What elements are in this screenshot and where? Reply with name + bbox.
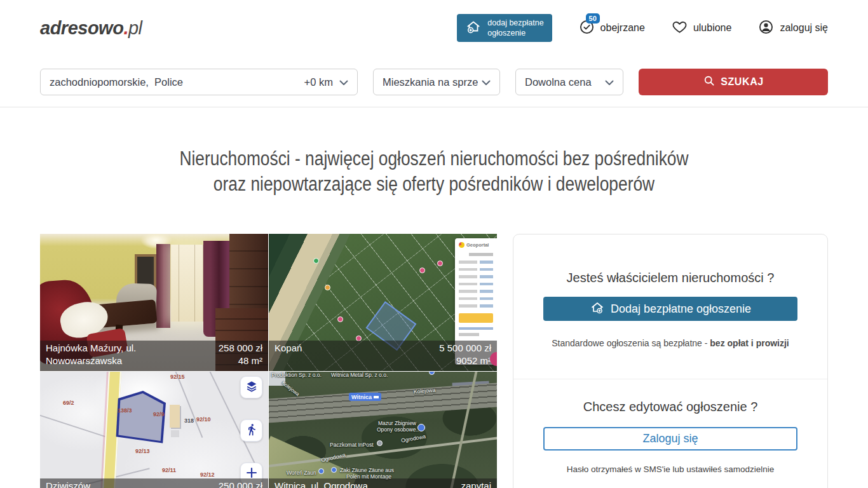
map-marker: [337, 316, 343, 322]
building: [171, 430, 179, 437]
free-note-bold: bez opłat i prowizji: [710, 338, 789, 348]
listing-caption: Hajnówka Maźury, ul. Nowowarszawska 258 …: [40, 341, 268, 371]
listing-card-kopan[interactable]: Geoportal Kopań 5 500 00: [269, 234, 497, 371]
listing-caption: Kopań 5 500 000 zł 9052 m²: [269, 341, 497, 371]
map-label: Woreń Zaun: [287, 470, 316, 476]
layers-icon: [245, 379, 259, 396]
site-header: adresowo.pl dodaj bezpłatneogłoszenie 50…: [0, 0, 868, 56]
station-label: Witnica: [351, 394, 372, 400]
login-link[interactable]: zaloguj się: [758, 19, 828, 37]
parcel-number: 92/12: [200, 471, 215, 478]
logo-dot: .: [123, 18, 128, 38]
location-input[interactable]: zachodniopomorskie, Police +0 km: [40, 69, 358, 95]
map-pin: [417, 424, 425, 431]
viewed-count-badge: 50: [586, 13, 600, 24]
map-pin: [429, 372, 435, 375]
map-pin: [318, 468, 324, 474]
add-listing-button[interactable]: dodaj bezpłatneogłoszenie: [457, 14, 552, 43]
train-icon: [374, 395, 379, 400]
map-layers-button: [240, 376, 262, 398]
search-button[interactable]: SZUKAJ: [639, 69, 828, 95]
map-label: Witnica Metal Sp. z o.o.: [331, 372, 388, 378]
chevron-down-icon: [605, 76, 614, 88]
page-title-line2: oraz niepowtarzające się oferty pośredni…: [65, 172, 803, 197]
chevron-down-icon: [339, 76, 348, 88]
user-circle-icon: [758, 19, 774, 37]
listing-price-area: zapytaj: [461, 480, 491, 488]
listing-card-witnica[interactable]: Produktion Sp. z o.o. Witnica Metal Sp. …: [269, 372, 497, 488]
login-label: zaloguj się: [780, 22, 828, 34]
search-button-label: SZUKAJ: [721, 76, 764, 88]
owner-heading: Jesteś właścicielem nieruchomości ?: [513, 269, 827, 287]
highlighted-parcel-fill: [118, 393, 163, 443]
map-marker: [325, 285, 330, 290]
parcel-number: 92/10: [196, 416, 211, 423]
building: [170, 405, 180, 428]
window: [171, 245, 204, 322]
location-value: zachodniopomorskie, Police: [50, 76, 183, 88]
favorites-label: ulubione: [693, 22, 732, 34]
listing-price-area: 258 000 zł 48 m²: [219, 342, 262, 367]
add-free-listing-label: Dodaj bezpłatne ogłoszenie: [611, 302, 751, 316]
listing-price-area: 250 000 zł: [219, 480, 262, 488]
map-pin: [377, 440, 383, 446]
map-streetview-button: [240, 419, 262, 442]
curtain-left: [156, 244, 170, 328]
page-title: Nieruchomości - najwięcej ogłoszeń nieru…: [0, 146, 868, 197]
page-title-line1: Nieruchomości - najwięcej ogłoszeń nieru…: [65, 146, 803, 172]
owner-panel: Jesteś właścicielem nieruchomości ? Doda…: [513, 234, 828, 488]
listing-title: Hajnówka Maźury, ul. Nowowarszawska: [46, 342, 136, 367]
map-marker: [313, 258, 319, 264]
parcel-number: 92/15: [170, 374, 185, 380]
parcel-number: 138/3: [118, 407, 132, 414]
search-bar: zachodniopomorskie, Police +0 km Mieszka…: [40, 69, 828, 95]
header-nav: dodaj bezpłatneogłoszenie 50 obejrzane u…: [457, 14, 828, 43]
main-content: Hajnówka Maźury, ul. Nowowarszawska 258 …: [40, 234, 828, 488]
site-logo[interactable]: adresowo.pl: [40, 18, 142, 39]
price-value: Dowolna cena: [525, 76, 592, 88]
map-marker: [419, 268, 425, 273]
viewed-link[interactable]: 50 obejrzane: [579, 19, 645, 37]
favorites-link[interactable]: ulubione: [672, 19, 732, 37]
listing-title: Witnica, ul. Ogrodowa: [275, 480, 368, 488]
map-label: Opony osobowe..: [377, 426, 419, 433]
listing-card-hajnowka[interactable]: Hajnówka Maźury, ul. Nowowarszawska 258 …: [40, 234, 268, 371]
radius-value: +0 km: [304, 76, 333, 88]
card-divider: [513, 379, 827, 379]
map-pin: [331, 467, 337, 473]
listing-title: Dziwiszów: [46, 480, 90, 488]
pedestrian-icon: [245, 423, 258, 438]
listing-grid: Hajnówka Maźury, ul. Nowowarszawska 258 …: [40, 234, 497, 488]
map-label: Paczkomat InPost: [330, 442, 374, 448]
viewed-label: obejrzane: [600, 22, 645, 34]
header-divider: [0, 107, 868, 107]
listing-price-area: 5 500 000 zł 9052 m²: [439, 342, 491, 367]
listing-card-dziwiszow[interactable]: 92/15 69/2 138/3 92/9 318 92/10 92/13 92…: [40, 372, 268, 488]
listing-caption: Dziwiszów 250 000 zł: [40, 478, 268, 488]
geoportal-logo-icon: [459, 242, 465, 248]
radius-dropdown[interactable]: +0 km: [304, 76, 348, 88]
listing-title: Kopań: [275, 342, 302, 355]
house-plus-icon: [590, 300, 605, 318]
railway: [269, 383, 497, 424]
map-label: Produktion Sp. z o.o.: [271, 372, 322, 378]
parcel-number: 318: [184, 417, 194, 424]
price-select[interactable]: Dowolna cena: [515, 69, 623, 95]
parcel-number: 92/9: [153, 411, 165, 417]
parcel-number: 69/2: [63, 400, 74, 406]
listing-caption: Witnica, ul. Ogrodowa zapytaj: [269, 478, 497, 488]
free-note: Standardowe ogłoszenia są bezpłatne - be…: [513, 338, 827, 348]
station-badge: Witnica: [349, 393, 381, 401]
add-free-listing-button[interactable]: Dodaj bezpłatne ogłoszenie: [543, 297, 797, 321]
login-button[interactable]: Zaloguj się: [543, 427, 797, 451]
login-button-label: Zaloguj się: [642, 432, 698, 445]
house-plus-icon: [465, 18, 482, 37]
geoportal-brand: Geoportal: [466, 242, 489, 248]
category-select[interactable]: Mieszkania na sprzedaż: [373, 69, 500, 95]
map-label: Ogrodowa: [400, 433, 426, 444]
logo-name: adresowo: [40, 18, 123, 38]
parcel-boundary: [40, 411, 114, 440]
chevron-down-icon: [482, 76, 491, 88]
parcel-number: 92/11: [162, 467, 176, 473]
parcel-number: 92/13: [135, 448, 150, 454]
